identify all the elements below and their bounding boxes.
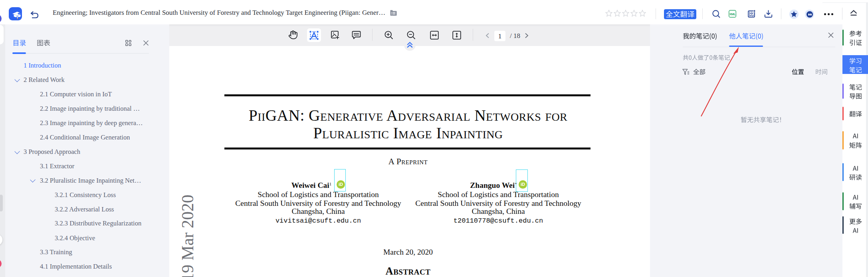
svg-text:XML: XML — [729, 12, 736, 16]
